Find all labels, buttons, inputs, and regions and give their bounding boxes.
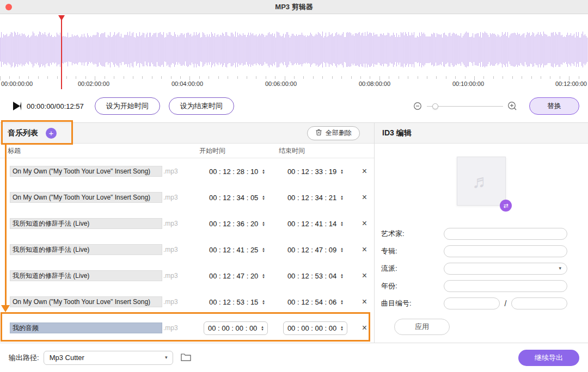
row-title-wrap: 我的音频 .mp3 xyxy=(10,323,181,333)
album-input[interactable] xyxy=(444,245,567,257)
stepper-down-icon[interactable]: ▾ xyxy=(341,250,343,252)
stepper-down-icon[interactable]: ▾ xyxy=(341,302,343,305)
row-delete-button[interactable]: × xyxy=(362,167,367,176)
end-time-stepper[interactable]: ▴ ▾ xyxy=(341,325,343,331)
close-window-button[interactable] xyxy=(5,4,12,10)
row-end-time[interactable]: 00 : 12 : 47 : 09 ▴ ▾ xyxy=(287,246,343,254)
zoom-slider[interactable] xyxy=(427,102,503,110)
stepper-down-icon[interactable]: ▾ xyxy=(341,328,343,331)
row-delete-button[interactable]: × xyxy=(362,245,367,254)
row-start-time[interactable]: 00 : 12 : 41 : 25 ▴ ▾ xyxy=(209,246,265,254)
artist-input[interactable] xyxy=(444,228,567,240)
start-time-value: 00 : 12 : 28 : 10 xyxy=(209,168,258,176)
row-title-wrap: 我所知道的修辞手法 (Live) .mp3 xyxy=(10,244,181,255)
timeline-label: 00:06:00:00 xyxy=(265,80,297,87)
year-label: 年份: xyxy=(381,281,444,291)
delete-all-label: 全部删除 xyxy=(326,128,352,138)
start-time-stepper[interactable]: ▴ ▾ xyxy=(262,169,265,174)
stepper-down-icon[interactable]: ▾ xyxy=(262,171,265,174)
row-title-input[interactable]: On My Own ("My Tooth Your Love" Insert S… xyxy=(10,296,162,307)
zoom-slider-knob[interactable] xyxy=(432,103,438,109)
end-time-value: 00 : 12 : 47 : 09 xyxy=(287,246,336,254)
row-start-time[interactable]: 00 : 12 : 47 : 20 ▴ ▾ xyxy=(209,272,265,280)
genre-select[interactable]: ▾ xyxy=(444,263,567,275)
year-input[interactable] xyxy=(444,280,567,292)
row-start-time[interactable]: 00 : 12 : 53 : 15 ▴ ▾ xyxy=(209,298,265,306)
row-delete-button[interactable]: × xyxy=(362,219,367,228)
apply-button[interactable]: 应用 xyxy=(394,319,450,335)
end-time-stepper[interactable]: ▴ ▾ xyxy=(341,247,343,252)
row-file-ext: .mp3 xyxy=(163,298,178,306)
output-path-select[interactable]: Mp3 Cutter ▾ xyxy=(44,351,173,365)
set-start-time-button[interactable]: 设为开始时间 xyxy=(95,97,160,115)
start-time-stepper[interactable]: ▴ ▾ xyxy=(262,195,265,200)
row-title-input[interactable]: On My Own ("My Tooth Your Love" Insert S… xyxy=(10,166,162,177)
id3-panel: ID3 编辑 ♬ ⇄ 艺术家: 专辑: xyxy=(375,123,588,343)
browse-folder-button[interactable] xyxy=(181,353,191,363)
start-time-stepper[interactable]: ▴ ▾ xyxy=(262,273,265,278)
waveform[interactable] xyxy=(0,32,588,67)
row-delete-button[interactable]: × xyxy=(362,193,367,202)
track-list: On My Own ("My Tooth Your Love" Insert S… xyxy=(0,158,374,343)
export-button[interactable]: 继续导出 xyxy=(518,350,579,366)
track-total-input[interactable] xyxy=(511,297,567,309)
row-title-input[interactable]: 我所知道的修辞手法 (Live) xyxy=(10,270,162,281)
folder-icon xyxy=(181,353,191,363)
end-time-value: 00 : 00 : 00 : 00 xyxy=(287,324,336,332)
row-delete-button[interactable]: × xyxy=(362,297,367,306)
end-time-stepper[interactable]: ▴ ▾ xyxy=(341,299,343,305)
start-time-stepper[interactable]: ▴ ▾ xyxy=(262,299,265,305)
row-end-time[interactable]: 00 : 12 : 41 : 14 ▴ ▾ xyxy=(287,220,343,228)
replace-button[interactable]: 替换 xyxy=(529,97,579,115)
music-list-panel: 音乐列表 + 全部删除 标题 开始时间 结束时间 On My Own ("My … xyxy=(0,123,375,343)
start-time-stepper[interactable]: ▴ ▾ xyxy=(261,325,264,331)
delete-all-button[interactable]: 全部删除 xyxy=(307,126,360,140)
row-start-time[interactable]: 00 : 12 : 36 : 20 ▴ ▾ xyxy=(209,220,265,228)
row-delete-button[interactable]: × xyxy=(362,324,367,332)
zoom-out-icon[interactable] xyxy=(413,102,422,111)
row-start-time[interactable]: 00 : 00 : 00 : 00 ▴ ▾ xyxy=(204,321,268,335)
row-end-time[interactable]: 00 : 12 : 33 : 19 ▴ ▾ xyxy=(287,168,343,176)
album-label: 专辑: xyxy=(381,246,444,256)
start-time-stepper[interactable]: ▴ ▾ xyxy=(262,221,265,226)
playhead-line[interactable] xyxy=(61,16,62,89)
row-start-time[interactable]: 00 : 12 : 34 : 05 ▴ ▾ xyxy=(209,194,265,202)
stepper-down-icon[interactable]: ▾ xyxy=(341,276,343,278)
stepper-down-icon[interactable]: ▾ xyxy=(262,250,265,252)
stepper-down-icon[interactable]: ▾ xyxy=(341,197,343,200)
zoom-in-icon[interactable] xyxy=(507,101,517,111)
waveform-area[interactable] xyxy=(0,14,588,76)
row-end-time[interactable]: 00 : 00 : 00 : 00 ▴ ▾ xyxy=(283,321,347,335)
stepper-down-icon[interactable]: ▾ xyxy=(262,302,265,305)
zoom-slider-track[interactable] xyxy=(427,106,503,107)
end-time-value: 00 : 12 : 41 : 14 xyxy=(287,220,336,228)
stepper-down-icon[interactable]: ▾ xyxy=(262,276,265,278)
row-start-time[interactable]: 00 : 12 : 28 : 10 ▴ ▾ xyxy=(209,168,265,176)
row-title-input[interactable]: 我所知道的修辞手法 (Live) xyxy=(10,218,162,229)
stepper-down-icon[interactable]: ▾ xyxy=(262,224,265,226)
row-title-input[interactable]: 我所知道的修辞手法 (Live) xyxy=(10,244,162,255)
list-row: On My Own ("My Tooth Your Love" Insert S… xyxy=(0,184,374,210)
row-title-wrap: On My Own ("My Tooth Your Love" Insert S… xyxy=(10,166,181,177)
album-field-row: 专辑: xyxy=(375,243,588,260)
row-end-time[interactable]: 00 : 12 : 54 : 06 ▴ ▾ xyxy=(287,298,343,306)
track-number-input[interactable] xyxy=(444,297,500,309)
stepper-down-icon[interactable]: ▾ xyxy=(261,328,264,331)
play-button[interactable] xyxy=(13,102,21,110)
end-time-stepper[interactable]: ▴ ▾ xyxy=(341,221,343,226)
row-title-input[interactable]: 我的音频 xyxy=(10,323,162,333)
stepper-down-icon[interactable]: ▾ xyxy=(341,171,343,174)
stepper-down-icon[interactable]: ▾ xyxy=(341,224,343,226)
end-time-stepper[interactable]: ▴ ▾ xyxy=(341,195,343,200)
start-time-stepper[interactable]: ▴ ▾ xyxy=(262,247,265,252)
end-time-stepper[interactable]: ▴ ▾ xyxy=(341,273,343,278)
set-end-time-button[interactable]: 设为结束时间 xyxy=(169,97,234,115)
row-title-input[interactable]: On My Own ("My Tooth Your Love" Insert S… xyxy=(10,192,162,203)
row-end-time[interactable]: 00 : 12 : 53 : 04 ▴ ▾ xyxy=(287,272,343,280)
add-track-button[interactable]: + xyxy=(46,128,57,139)
row-end-time[interactable]: 00 : 12 : 34 : 21 ▴ ▾ xyxy=(287,194,343,202)
end-time-stepper[interactable]: ▴ ▾ xyxy=(341,169,343,174)
change-cover-button[interactable]: ⇄ xyxy=(500,200,512,212)
row-delete-button[interactable]: × xyxy=(362,271,367,280)
stepper-down-icon[interactable]: ▾ xyxy=(262,197,265,200)
